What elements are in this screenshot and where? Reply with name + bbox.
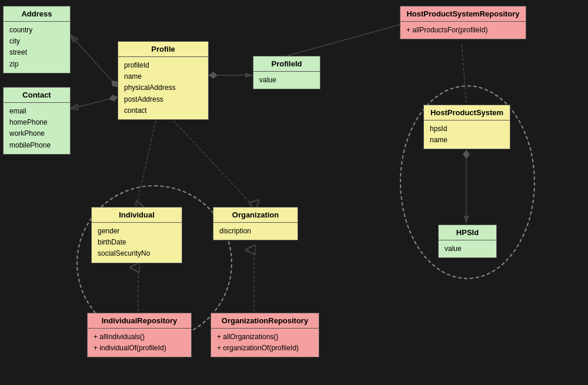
profileid-title: ProfileId [253, 56, 320, 72]
contact-field-homephone: homePhone [9, 117, 64, 128]
individual-field-gender: gender [98, 226, 176, 237]
profile-title: Profile [118, 42, 208, 57]
address-title: Address [4, 6, 70, 22]
profileid-field-value: value [259, 75, 314, 86]
contact-field-email: email [9, 106, 64, 117]
individual-class: Individual gender birthDate socialSecuri… [91, 207, 182, 263]
profile-class: Profile profileId name physicalAddress p… [118, 41, 209, 120]
svg-line-3 [71, 97, 118, 109]
svg-line-2 [71, 35, 118, 87]
address-field-city: city [9, 36, 64, 47]
individual-repo-method1: + allIndividuals() [93, 332, 185, 343]
host-product-system-field-hpsid: hpsId [430, 123, 504, 135]
svg-line-5 [136, 120, 156, 206]
organization-repo-class: OrganizationRepository + allOrganization… [211, 313, 319, 357]
organization-repo-title: OrganizationRepository [211, 313, 319, 329]
individual-repo-class: IndividualRepository + allIndividuals() … [87, 313, 192, 357]
host-product-system-class: HostProductSystem hpsId name [423, 105, 510, 149]
individual-title: Individual [92, 207, 182, 223]
host-product-system-repo-title: HostProductSystemRepository [400, 6, 526, 22]
organization-repo-method2: + organizationOf(profileId) [217, 343, 313, 354]
address-class: Address country city street zip [3, 6, 71, 73]
contact-title: Contact [4, 88, 70, 103]
organization-repo-method1: + allOrganizations() [217, 332, 313, 343]
host-product-system-title: HostProductSystem [424, 105, 510, 120]
host-product-system-field-name: name [430, 135, 504, 146]
hpsid-title: HPSId [439, 225, 496, 240]
svg-line-10 [287, 25, 400, 56]
profile-field-profileid: profileId [124, 60, 202, 71]
individual-field-ssn: socialSecurityNo [98, 248, 176, 259]
profile-field-physicaladdress: physicalAddress [124, 82, 202, 93]
contact-field-workphone: workPhone [9, 128, 64, 139]
profile-field-name: name [124, 71, 202, 82]
address-field-zip: zip [9, 59, 64, 70]
profileid-class: ProfileId value [253, 56, 320, 89]
svg-line-9 [462, 44, 466, 103]
contact-class: Contact email homePhone workPhone mobile… [3, 87, 71, 155]
organization-title: Organization [213, 207, 298, 223]
organization-field-discription: discription [219, 226, 292, 237]
individual-repo-method2: + individualOf(profileId) [93, 343, 185, 354]
profile-field-postaddress: postAddress [124, 94, 202, 105]
contact-field-mobilephone: mobilePhone [9, 140, 64, 151]
hpsid-class: HPSId value [438, 225, 497, 258]
host-product-system-repo-method1: + allProductsFor(profileId) [406, 25, 520, 36]
svg-line-6 [173, 120, 253, 206]
profile-field-contact: contact [124, 105, 202, 116]
individual-field-birthdate: birthDate [98, 237, 176, 248]
address-field-street: street [9, 47, 64, 58]
individual-repo-title: IndividualRepository [88, 313, 191, 329]
organization-class: Organization discription [213, 207, 298, 240]
address-field-country: country [9, 25, 64, 36]
hpsid-field-value: value [445, 243, 490, 255]
host-product-system-repo-class: HostProductSystemRepository + allProduct… [400, 6, 526, 39]
